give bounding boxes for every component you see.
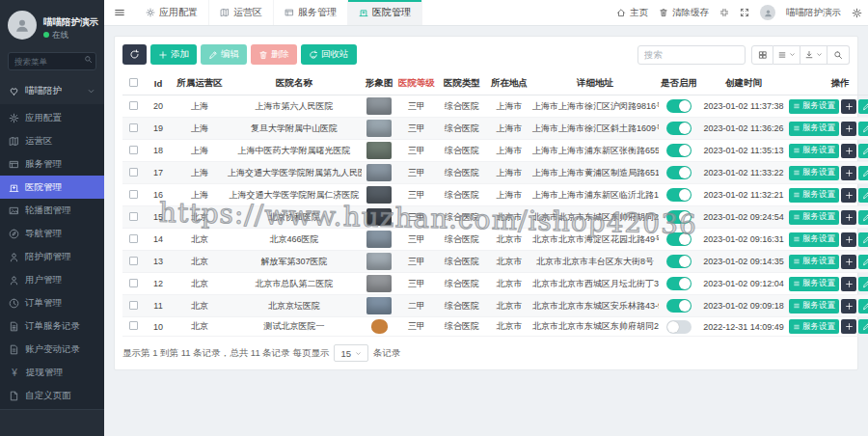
column-header[interactable]: 创建时间 [699, 72, 788, 95]
enable-toggle[interactable] [666, 299, 692, 313]
service-config-button[interactable]: 服务设置 [789, 232, 839, 247]
clear-cache-link[interactable]: 清除缓存 [659, 7, 709, 19]
hospital-image[interactable] [371, 319, 388, 334]
row-edit-button[interactable] [858, 99, 868, 114]
row-checkbox[interactable] [129, 123, 138, 132]
row-checkbox[interactable] [129, 101, 138, 110]
column-header[interactable]: 详细地址 [531, 72, 659, 95]
sidebar-item-hospital[interactable]: 医院管理 [0, 176, 104, 199]
edit-button[interactable]: 编辑 [201, 44, 247, 65]
row-add-button[interactable] [841, 99, 856, 114]
topbar-username[interactable]: 喵喵陪护演示 [786, 7, 841, 19]
hospital-image[interactable] [366, 275, 392, 292]
hamburger-menu-icon[interactable] [104, 0, 135, 25]
enable-toggle[interactable] [666, 210, 692, 224]
fullscreen-icon[interactable] [740, 8, 749, 17]
search-submit-button[interactable] [827, 45, 850, 65]
service-config-button[interactable]: 服务设置 [789, 122, 839, 136]
hospital-image[interactable] [366, 142, 392, 159]
row-checkbox[interactable] [129, 190, 138, 199]
avatar[interactable] [8, 11, 37, 40]
sidebar-item-order[interactable]: 订单管理 [0, 291, 104, 314]
tab-service[interactable]: 服务管理 [274, 0, 348, 25]
row-checkbox[interactable] [129, 146, 138, 154]
row-edit-button[interactable] [858, 210, 868, 225]
home-link[interactable]: 主页 [616, 7, 648, 19]
row-edit-button[interactable] [858, 188, 868, 203]
row-add-button[interactable] [841, 144, 856, 158]
service-config-button[interactable]: 服务设置 [789, 210, 839, 225]
enable-toggle[interactable] [666, 166, 692, 179]
column-header[interactable]: 医院类型 [437, 72, 487, 95]
hospital-image[interactable] [366, 231, 392, 248]
enable-toggle[interactable] [666, 320, 692, 334]
service-config-button[interactable]: 服务设置 [789, 255, 839, 269]
tab-map[interactable]: 运营区 [209, 0, 274, 25]
row-add-button[interactable] [841, 277, 856, 291]
tab-gear[interactable]: 应用配置 [135, 0, 209, 25]
row-add-button[interactable] [841, 232, 856, 247]
row-add-button[interactable] [841, 166, 856, 180]
row-add-button[interactable] [841, 299, 856, 313]
service-config-button[interactable]: 服务设置 [789, 277, 839, 291]
sidebar-item-nurse[interactable]: 陪护师管理 [0, 245, 104, 268]
sidebar-item-gear[interactable]: 应用配置 [0, 106, 104, 129]
hospital-image[interactable] [366, 120, 392, 137]
row-checkbox[interactable] [129, 234, 138, 243]
enable-toggle[interactable] [666, 122, 692, 135]
hospital-image[interactable] [366, 164, 392, 181]
column-header[interactable]: 操作 [788, 72, 868, 95]
enable-toggle[interactable] [666, 188, 692, 202]
sidebar-item-page[interactable]: 自定义页面 [0, 384, 104, 407]
row-add-button[interactable] [841, 319, 856, 334]
hospital-image[interactable] [366, 208, 392, 226]
add-button[interactable]: 添加 [150, 44, 197, 65]
column-header[interactable]: 所属运营区 [173, 72, 227, 95]
sidebar-item-compass[interactable]: 导航管理 [0, 222, 104, 245]
recycle-bin-button[interactable]: 回收站 [301, 44, 357, 65]
enable-toggle[interactable] [666, 232, 692, 246]
columns-dropdown-button[interactable] [773, 45, 800, 65]
row-add-button[interactable] [841, 122, 856, 136]
row-edit-button[interactable] [858, 277, 868, 291]
column-header[interactable]: Id [144, 72, 173, 95]
enable-toggle[interactable] [666, 255, 692, 268]
row-edit-button[interactable] [858, 319, 868, 334]
enable-toggle[interactable] [666, 99, 692, 113]
hospital-image[interactable] [366, 97, 392, 115]
select-all-checkbox[interactable] [129, 78, 138, 87]
export-dropdown-button[interactable] [800, 45, 827, 65]
sidebar-item-yen[interactable]: ¥提现管理 [0, 361, 104, 384]
sidebar-item-map[interactable]: 运营区 [0, 129, 104, 152]
hospital-image[interactable] [366, 297, 392, 314]
topbar-avatar[interactable] [760, 5, 775, 20]
tab-hospital[interactable]: 医院管理 [348, 0, 422, 25]
select-all-header[interactable] [122, 72, 144, 95]
row-edit-button[interactable] [858, 144, 868, 158]
page-size-dropdown[interactable]: 15 [334, 344, 368, 362]
filter-toggle-button[interactable] [751, 45, 773, 65]
column-header[interactable]: 形象图 [362, 72, 396, 95]
hospital-image[interactable] [366, 186, 392, 204]
service-config-button[interactable]: 服务设置 [789, 166, 839, 180]
table-search-input[interactable] [637, 45, 746, 65]
column-header[interactable]: 医院名称 [227, 72, 362, 95]
column-header[interactable]: 所在地点 [487, 72, 531, 95]
enable-toggle[interactable] [666, 144, 692, 157]
row-checkbox[interactable] [129, 257, 138, 265]
row-edit-button[interactable] [858, 122, 868, 136]
hospital-image[interactable] [366, 253, 392, 270]
enable-toggle[interactable] [666, 277, 692, 290]
service-config-button[interactable]: 服务设置 [789, 99, 839, 114]
refresh-button[interactable] [122, 44, 147, 65]
column-header[interactable]: 医院等级 [396, 72, 437, 95]
service-config-button[interactable]: 服务设置 [789, 144, 839, 158]
row-checkbox[interactable] [129, 301, 138, 310]
row-add-button[interactable] [841, 188, 856, 203]
row-edit-button[interactable] [858, 255, 868, 269]
row-checkbox[interactable] [129, 168, 138, 177]
row-checkbox[interactable] [129, 279, 138, 287]
row-edit-button[interactable] [858, 232, 868, 247]
delete-button[interactable]: 删除 [251, 44, 297, 65]
sidebar-group-toggle[interactable]: 喵喵陪护 [0, 78, 104, 104]
